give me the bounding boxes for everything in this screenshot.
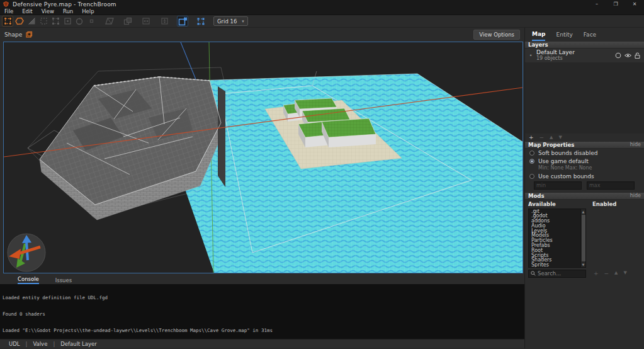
- custom-bounds-min-field[interactable]: [534, 181, 582, 190]
- tab-entity[interactable]: Entity: [556, 28, 572, 41]
- use-custom-bounds-label: Use custom bounds: [538, 173, 594, 180]
- menu-help[interactable]: Help: [77, 8, 98, 14]
- toolbar: Grid 16 ▾: [0, 15, 644, 28]
- soft-bounds-disabled-option[interactable]: Soft bounds disabled: [525, 149, 644, 157]
- texture-lock-button[interactable]: [177, 16, 188, 26]
- flip-horizontal-button[interactable]: [140, 16, 152, 26]
- tab-map[interactable]: Map: [532, 28, 545, 41]
- tab-console[interactable]: Console: [18, 276, 39, 284]
- brush-tool-icon: [4, 17, 12, 25]
- vertex-tool-icon: [40, 17, 48, 25]
- flip-horizontal-icon: [142, 17, 150, 25]
- soft-bounds-disabled-label: Soft bounds disabled: [538, 150, 597, 156]
- shape-tool-label: Shape: [4, 31, 22, 38]
- status-bar: UDL | Valve | Default Layer: [0, 339, 524, 348]
- scroll-up-icon[interactable]: ▲: [582, 209, 585, 214]
- brush-tool-button[interactable]: [2, 16, 13, 26]
- use-game-default-label: Use game default: [538, 158, 589, 164]
- radio-selected-icon[interactable]: [529, 159, 534, 164]
- status-current-layer: Default Layer: [60, 341, 96, 347]
- csg-tool-button[interactable]: [122, 16, 133, 26]
- grid-size-dropdown[interactable]: Grid 16 ▾: [213, 16, 248, 26]
- search-icon: [531, 271, 536, 276]
- mods-toolbar: + − ▲ ▼: [586, 270, 627, 277]
- mods-available-list[interactable]: .git .godot addons Audio Levels Models P…: [528, 209, 586, 268]
- status-map-format: Valve: [33, 341, 47, 347]
- shape-brush-icon: [25, 31, 33, 38]
- console-line: Loaded entity definition file UDL.fgd: [3, 295, 522, 301]
- layers-list-area[interactable]: [525, 62, 644, 134]
- scale-tool-button[interactable]: [86, 16, 97, 26]
- enable-mod-button[interactable]: +: [594, 270, 599, 277]
- omit-from-export-icon[interactable]: [615, 52, 621, 59]
- menu-file[interactable]: File: [0, 8, 18, 14]
- scale-tool-icon: [88, 17, 96, 25]
- move-mod-down-button[interactable]: ▼: [623, 270, 626, 277]
- use-game-default-option[interactable]: Use game default: [525, 157, 644, 165]
- layer-row-default[interactable]: • Default Layer 19 objects: [525, 49, 644, 62]
- face-tool-icon: [64, 17, 72, 25]
- tab-issues[interactable]: Issues: [55, 277, 72, 284]
- move-layer-up-button[interactable]: ▲: [550, 135, 553, 140]
- map-properties-header: Map Properties hide: [525, 141, 644, 149]
- mod-item[interactable]: Sprites: [529, 263, 580, 266]
- view-options-button[interactable]: View Options: [473, 30, 520, 40]
- layer-object-count: 19 objects: [536, 56, 615, 62]
- move-mod-up-button[interactable]: ▲: [614, 270, 618, 277]
- chevron-down-icon: ▾: [242, 19, 244, 24]
- clip-tool-icon: [28, 17, 36, 25]
- edge-tool-button[interactable]: [50, 16, 61, 26]
- face-tool-button[interactable]: [62, 16, 73, 26]
- mods-list-scrollbar[interactable]: ▲ ▼: [580, 209, 585, 267]
- status-divider: |: [26, 341, 28, 347]
- shear-tool-icon: [105, 17, 114, 25]
- console-line: Loaded "E:\\Godot Projects\\the-undead-l…: [3, 328, 522, 334]
- remove-layer-button[interactable]: −: [539, 134, 545, 140]
- eye-visibility-icon[interactable]: [624, 52, 631, 59]
- mods-enabled-list[interactable]: [592, 209, 641, 268]
- menu-edit[interactable]: Edit: [18, 8, 37, 14]
- radio-icon[interactable]: [529, 174, 534, 179]
- edge-tool-icon: [52, 17, 60, 25]
- layers-header-label: Layers: [528, 42, 548, 48]
- mods-header: Mods hide: [525, 192, 644, 200]
- inspector-tab-bar: Map Entity Face: [525, 28, 644, 41]
- scroll-down-icon[interactable]: ▼: [582, 262, 585, 267]
- custom-bounds-max-field[interactable]: [587, 181, 635, 190]
- menu-run[interactable]: Run: [59, 8, 77, 14]
- use-custom-bounds-option[interactable]: Use custom bounds: [525, 172, 644, 180]
- add-layer-button[interactable]: +: [529, 134, 534, 140]
- brush-bottom-large: [322, 118, 376, 147]
- mods-search-box[interactable]: [528, 270, 586, 278]
- convex-brush-tool-button[interactable]: [14, 16, 25, 26]
- convex-brush-tool-icon: [15, 17, 24, 25]
- shear-tool-button[interactable]: [104, 16, 115, 26]
- menu-view[interactable]: View: [37, 8, 59, 14]
- flip-vertical-button[interactable]: [159, 16, 170, 26]
- console-tab-bar: Console Issues: [0, 276, 524, 284]
- 3d-viewport[interactable]: [3, 42, 523, 273]
- tab-face[interactable]: Face: [584, 28, 596, 41]
- title-bar: Defensive Pyre.map - TrenchBroom – ❐ ✕: [0, 0, 644, 8]
- mods-hide-link[interactable]: hide: [630, 193, 641, 198]
- mods-search-input[interactable]: [538, 270, 584, 277]
- grid-size-value: Grid 16: [217, 18, 237, 25]
- mods-available-label: Available: [528, 201, 588, 209]
- maximize-button[interactable]: ❐: [606, 0, 625, 8]
- rotate-tool-button[interactable]: [74, 16, 85, 26]
- map-properties-hide-link[interactable]: hide: [630, 142, 641, 147]
- clip-tool-button[interactable]: [26, 16, 37, 26]
- radio-icon[interactable]: [529, 151, 534, 156]
- scrollbar-thumb[interactable]: [582, 215, 585, 261]
- orientation-compass[interactable]: [8, 234, 45, 272]
- close-button[interactable]: ✕: [625, 0, 644, 8]
- inspector-panel: Map Entity Face Layers • Default Layer 1…: [524, 28, 644, 348]
- vertex-tool-button[interactable]: [38, 16, 49, 26]
- uv-lock-button[interactable]: [195, 16, 206, 26]
- texture-lock-icon: [178, 17, 188, 26]
- minimize-button[interactable]: –: [587, 0, 606, 8]
- lock-icon[interactable]: [635, 52, 640, 59]
- disable-mod-button[interactable]: −: [604, 270, 609, 277]
- move-layer-down-button[interactable]: ▼: [558, 135, 562, 140]
- trenchbroom-window: Defensive Pyre.map - TrenchBroom – ❐ ✕ F…: [0, 0, 644, 349]
